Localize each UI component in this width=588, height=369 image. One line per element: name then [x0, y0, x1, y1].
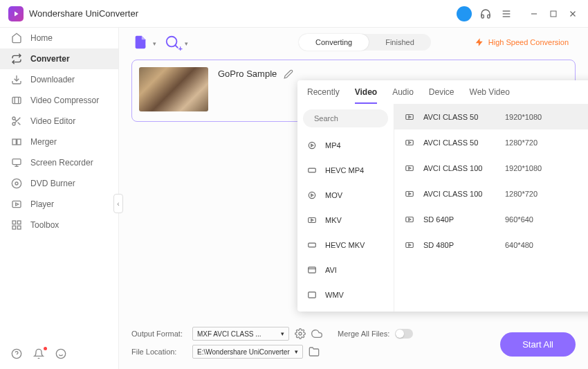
- add-url-button[interactable]: + ▾: [163, 33, 181, 51]
- svg-rect-64: [406, 242, 414, 247]
- format-mov[interactable]: MOV: [297, 183, 394, 208]
- format-avi[interactable]: AVI: [297, 258, 394, 282]
- sidebar-item-dvd[interactable]: DVD Burner: [0, 173, 118, 194]
- svg-rect-56: [406, 140, 414, 145]
- svg-rect-25: [12, 221, 16, 224]
- preset-resolution: 640*480: [505, 241, 588, 249]
- format-hevc-mp4[interactable]: HEVC MP4: [297, 158, 394, 183]
- file-location-label: File Location:: [131, 348, 187, 356]
- file-location-select[interactable]: E:\Wondershare UniConverter ▾: [192, 345, 303, 359]
- svg-marker-61: [409, 192, 411, 195]
- format-search[interactable]: [303, 109, 388, 127]
- home-icon: [11, 33, 22, 44]
- svg-rect-27: [17, 226, 21, 229]
- toolbox-icon: [11, 219, 22, 231]
- preset-name: SD 640P: [423, 215, 497, 224]
- chevron-down-icon: ▾: [153, 40, 156, 47]
- segment-finished[interactable]: Finished: [369, 34, 431, 51]
- help-icon[interactable]: [11, 348, 24, 361]
- bell-icon[interactable]: [33, 348, 46, 361]
- svg-rect-45: [309, 168, 316, 172]
- sidebar-item-label: Home: [30, 33, 53, 43]
- preset-item[interactable]: SD 640P960*640: [394, 206, 588, 232]
- tab-web-video[interactable]: Web Video: [470, 87, 510, 104]
- close-icon[interactable]: [566, 7, 580, 21]
- format-label: AVI: [325, 266, 337, 274]
- preset-name: AVCI CLASS 100: [423, 164, 497, 172]
- merge-toggle[interactable]: [395, 329, 413, 339]
- svg-rect-62: [406, 217, 414, 222]
- support-headset-icon[interactable]: [479, 7, 493, 21]
- sidebar-item-converter[interactable]: Converter: [0, 48, 118, 69]
- format-icon: [306, 141, 318, 150]
- sidebar-item-downloader[interactable]: Downloader: [0, 69, 118, 90]
- output-format-select[interactable]: MXF AVCI CLASS ... ▾: [192, 327, 289, 341]
- preset-resolution: 1920*1080: [505, 113, 588, 121]
- svg-line-15: [15, 119, 17, 121]
- sidebar-item-label: Converter: [30, 54, 70, 64]
- video-thumbnail[interactable]: [139, 67, 208, 111]
- output-format-value: MXF AVCI CLASS ...: [197, 330, 261, 338]
- edit-title-icon[interactable]: [284, 69, 293, 79]
- svg-text:+: +: [142, 42, 146, 50]
- sidebar-item-player[interactable]: Player: [0, 194, 118, 215]
- sidebar-item-compressor[interactable]: Video Compressor: [0, 90, 118, 111]
- segment-converting[interactable]: Converting: [299, 34, 369, 51]
- sidebar-item-toolbox[interactable]: Toolbox: [0, 215, 118, 235]
- add-file-button[interactable]: + ▾: [131, 33, 149, 51]
- sidebar-item-recorder[interactable]: Screen Recorder: [0, 152, 118, 173]
- settings-icon[interactable]: [295, 328, 306, 339]
- svg-marker-57: [409, 141, 411, 144]
- sidebar-item-home[interactable]: Home: [0, 28, 118, 48]
- titlebar: Wondershare UniConverter: [0, 0, 588, 28]
- svg-point-35: [167, 36, 177, 46]
- sidebar-item-label: Video Editor: [30, 116, 75, 126]
- preset-item[interactable]: AVCI CLASS 501280*720: [394, 129, 588, 155]
- svg-rect-60: [406, 191, 414, 196]
- format-mp4[interactable]: MP4: [297, 133, 394, 158]
- svg-rect-54: [406, 114, 414, 119]
- svg-marker-59: [409, 167, 411, 170]
- app-logo-icon: [8, 6, 24, 21]
- format-wmv[interactable]: WMV: [297, 282, 394, 307]
- svg-rect-50: [309, 243, 316, 247]
- preset-icon: [404, 138, 415, 147]
- format-hevc-mkv[interactable]: HEVC MKV: [297, 233, 394, 258]
- content-area: ‹ + ▾ + ▾ Converting Finished High Speed…: [119, 28, 588, 369]
- folder-icon[interactable]: [309, 346, 320, 357]
- preset-item[interactable]: AVCI CLASS 1001280*720: [394, 181, 588, 206]
- format-icon: [306, 215, 318, 225]
- svg-rect-18: [12, 159, 21, 165]
- format-mkv[interactable]: MKV: [297, 208, 394, 233]
- menu-icon[interactable]: [499, 7, 513, 21]
- chevron-down-icon: ▾: [185, 40, 188, 47]
- maximize-icon[interactable]: [546, 7, 560, 21]
- preset-item[interactable]: SD 480P640*480: [394, 232, 588, 258]
- svg-rect-23: [12, 201, 21, 207]
- tab-audio[interactable]: Audio: [392, 87, 414, 104]
- user-avatar-icon[interactable]: [457, 6, 472, 21]
- svg-point-46: [309, 192, 315, 198]
- preset-name: AVCI CLASS 50: [423, 113, 497, 121]
- sidebar-item-merger[interactable]: Merger: [0, 132, 118, 152]
- format-icon: [306, 240, 318, 250]
- svg-marker-63: [409, 218, 411, 221]
- file-location-value: E:\Wondershare UniConverter: [197, 348, 290, 356]
- start-all-button[interactable]: Start All: [500, 332, 576, 357]
- tab-recently[interactable]: Recently: [307, 87, 340, 104]
- svg-rect-26: [17, 221, 21, 224]
- app-title: Wondershare UniConverter: [29, 8, 138, 19]
- preset-item[interactable]: AVCI CLASS 501920*1080: [394, 104, 588, 129]
- preset-item[interactable]: AVCI CLASS 1001920*1080: [394, 155, 588, 181]
- tab-device[interactable]: Device: [429, 87, 454, 104]
- svg-rect-48: [309, 218, 316, 223]
- preset-name: AVCI CLASS 50: [423, 138, 497, 147]
- high-speed-conversion[interactable]: High Speed Conversion: [475, 37, 576, 47]
- tab-video[interactable]: Video: [355, 87, 377, 104]
- sidebar-item-editor[interactable]: Video Editor: [0, 111, 118, 132]
- sidebar-collapse-handle[interactable]: ‹: [113, 194, 123, 213]
- cloud-icon[interactable]: [311, 328, 322, 339]
- feedback-icon[interactable]: [55, 348, 68, 361]
- minimize-icon[interactable]: [527, 7, 541, 21]
- format-label: MOV: [325, 191, 342, 199]
